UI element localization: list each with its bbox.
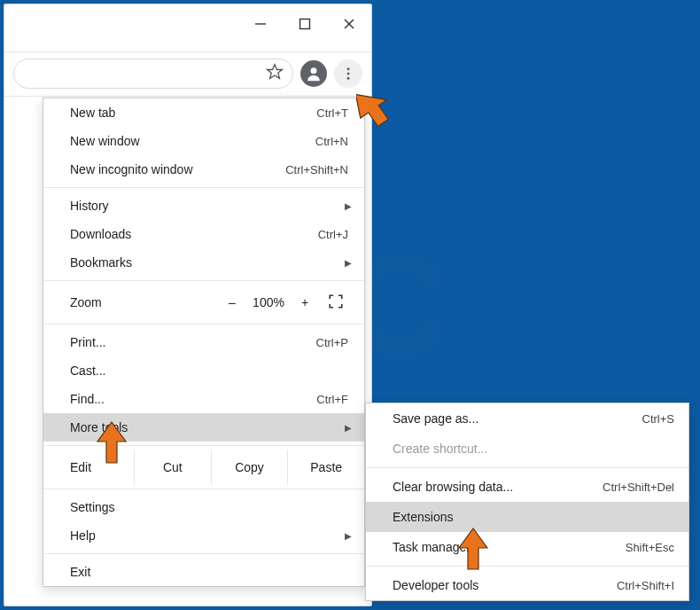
titlebar [4,4,371,43]
profile-icon[interactable] [300,60,327,87]
menu-help[interactable]: Help ▶ [43,521,364,550]
menu-bookmarks[interactable]: Bookmarks ▶ [43,248,364,277]
submenu-clear-data[interactable]: Clear browsing data... Ctrl+Shift+Del [366,472,688,502]
submenu-item-accelerator: Ctrl+Shift+Del [603,481,674,494]
toolbar [4,52,371,95]
menu-item-label: More tools [70,420,348,434]
svg-marker-4 [268,65,283,79]
menu-new-incognito[interactable]: New incognito window Ctrl+Shift+N [43,155,364,184]
menu-item-label: Settings [70,500,348,514]
svg-rect-1 [300,20,310,29]
main-menu: New tab Ctrl+T New window Ctrl+N New inc… [43,98,365,587]
edit-label: Edit [70,460,134,474]
separator [366,467,688,468]
svg-point-8 [347,77,350,80]
submenu-item-label: Save page as... [393,411,642,426]
chevron-right-icon: ▶ [345,531,352,541]
menu-print[interactable]: Print... Ctrl+P [43,328,364,356]
menu-item-accelerator: Ctrl+Shift+N [285,163,348,176]
more-tools-submenu: Save page as... Ctrl+S Create shortcut..… [365,403,689,601]
menu-item-label: Print... [70,335,316,349]
separator [43,553,364,554]
submenu-item-label: Clear browsing data... [393,480,603,494]
submenu-item-label: Create shortcut... [393,442,674,456]
menu-item-accelerator: Ctrl+T [316,106,348,120]
submenu-extensions[interactable]: Extensions [366,502,688,532]
submenu-task-manager[interactable]: Task manager Shift+Esc [366,532,688,562]
zoom-percentage: 100% [247,295,290,309]
submenu-item-label: Extensions [393,510,674,524]
chevron-right-icon: ▶ [345,423,352,433]
menu-item-accelerator: Ctrl+N [315,135,348,148]
menu-cast[interactable]: Cast... [43,356,364,385]
menu-item-accelerator: Ctrl+F [316,393,348,406]
more-menu-button[interactable] [334,59,362,88]
fullscreen-button[interactable] [320,293,352,312]
close-button[interactable] [327,4,371,43]
menu-new-window[interactable]: New window Ctrl+N [43,127,364,155]
separator [43,445,364,446]
star-icon[interactable] [266,63,284,84]
submenu-item-accelerator: Ctrl+S [642,412,674,426]
minimize-button[interactable] [238,4,283,43]
separator [366,566,688,567]
menu-downloads[interactable]: Downloads Ctrl+J [43,220,364,248]
menu-item-label: New tab [70,106,316,120]
menu-item-label: New incognito window [70,162,285,176]
menu-item-accelerator: Ctrl+J [318,228,348,241]
menu-zoom-row: Zoom – 100% + [43,285,364,320]
submenu-item-accelerator: Shift+Esc [626,541,674,554]
submenu-item-label: Developer tools [393,578,617,592]
menu-exit[interactable]: Exit [43,558,364,586]
separator [43,280,364,281]
menu-item-label: Cast... [70,364,348,378]
maximize-button[interactable] [283,4,327,43]
separator [43,324,364,325]
menu-item-label: Find... [70,392,316,406]
menu-item-label: Exit [70,565,348,579]
menu-find[interactable]: Find... Ctrl+F [43,385,364,413]
menu-item-accelerator: Ctrl+P [316,336,348,349]
copy-button[interactable]: Copy [211,450,288,485]
submenu-save-page[interactable]: Save page as... Ctrl+S [366,403,688,434]
address-bar[interactable] [13,59,293,89]
zoom-in-button[interactable]: + [290,295,320,309]
zoom-out-button[interactable]: – [217,295,247,309]
svg-point-7 [347,73,350,75]
menu-item-label: New window [70,134,315,148]
menu-history[interactable]: History ▶ [43,192,364,220]
separator [43,489,364,489]
paste-button[interactable]: Paste [287,450,364,485]
submenu-dev-tools[interactable]: Developer tools Ctrl+Shift+I [366,570,688,600]
zoom-label: Zoom [70,295,217,309]
chevron-right-icon: ▶ [345,201,352,211]
submenu-create-shortcut[interactable]: Create shortcut... [366,434,688,464]
submenu-item-label: Task manager [393,540,626,554]
svg-point-6 [347,67,350,70]
menu-item-label: Help [70,528,348,543]
menu-edit-row: Edit Cut Copy Paste [43,450,364,485]
menu-item-label: History [70,199,348,213]
cut-button[interactable]: Cut [134,450,211,485]
submenu-item-accelerator: Ctrl+Shift+I [617,579,674,592]
menu-settings[interactable]: Settings [43,493,364,521]
menu-more-tools[interactable]: More tools ▶ [43,413,364,442]
separator [43,187,364,188]
svg-point-5 [311,67,317,74]
menu-item-label: Bookmarks [70,255,348,270]
chevron-right-icon: ▶ [345,258,352,268]
menu-item-label: Downloads [70,227,318,241]
tabstrip [4,43,371,52]
menu-new-tab[interactable]: New tab Ctrl+T [43,98,364,127]
